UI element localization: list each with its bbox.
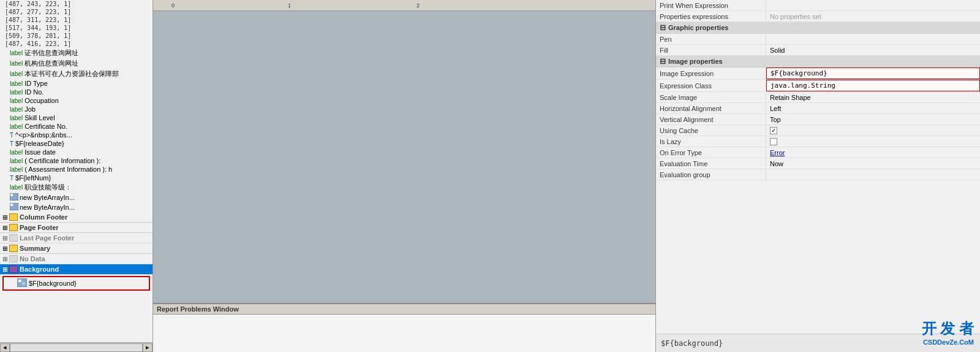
prop-value-pen[interactable] [766, 34, 980, 44]
tree-item-text-leftnum[interactable]: T $F{leftNum} [0, 174, 153, 182]
checkbox-cache[interactable]: ✓ [770, 127, 777, 134]
section-label-no-data: No Data [20, 255, 45, 262]
right-panel-scroll[interactable]: Print When Expression Properties express… [656, 0, 980, 334]
expand-icon-4: ⊞ [2, 245, 7, 252]
prop-value-cache[interactable]: ✓ [766, 125, 980, 136]
svg-rect-5 [18, 280, 21, 282]
tree-item-img-2[interactable]: new ByteArrayIn... [0, 202, 153, 212]
prop-value-fill[interactable]: Solid [766, 45, 980, 55]
prop-row-eval-group: Evaluation group [656, 169, 980, 180]
minus-icon: ⊟ [660, 23, 666, 32]
svg-rect-3 [10, 204, 13, 206]
tree-item-coord-5[interactable]: [509, 378, 201, 1] [0, 32, 153, 40]
section-no-data[interactable]: ⊞ No Data [0, 254, 153, 264]
prop-label-lazy: Is Lazy [656, 136, 766, 147]
error-type-link[interactable]: Error [770, 149, 785, 156]
prop-row-error: On Error Type Error [656, 147, 980, 158]
tree-item-label-idno[interactable]: label ID No. [0, 88, 153, 96]
tree-item-text-release[interactable]: T $F{releaseDate} [0, 139, 153, 148]
tree-item-label-skill[interactable]: label Skill Level [0, 113, 153, 122]
svg-rect-1 [10, 194, 13, 196]
right-panel-status-text: $F{background} [661, 339, 723, 348]
prop-label-expr-class: Expression Class [656, 80, 766, 91]
prop-row-prop-expr: Properties expressions No properties set [656, 11, 980, 22]
tree-item-label-occupation[interactable]: label Occupation [0, 96, 153, 105]
tree-item-label-2[interactable]: label 机构信息查询网址 [0, 58, 153, 69]
prop-value-eval-time[interactable]: Now [766, 158, 980, 169]
prop-value-eval-group[interactable] [766, 169, 980, 180]
background-child-item[interactable]: $F{background} [2, 276, 150, 291]
prop-row-fill: Fill Solid [656, 45, 980, 56]
graphic-section-label: Graphic properties [668, 24, 728, 31]
prop-value-prop-expr[interactable]: No properties set [766, 11, 980, 21]
background-child-label: $F{background} [29, 280, 77, 287]
left-panel-scroll[interactable]: [487, 243, 223, 1] [487, 277, 223, 1] [4… [0, 0, 153, 342]
folder-icon-2 [9, 224, 18, 231]
prop-value-valign[interactable]: Top [766, 114, 980, 124]
prop-label-error: On Error Type [656, 147, 766, 158]
tree-item-coord-1[interactable]: [487, 243, 223, 1] [0, 0, 153, 8]
tree-item-label-job[interactable]: label Job [0, 105, 153, 113]
prop-label-img-expr: Image Expression [656, 67, 766, 79]
scroll-right-button[interactable]: ▸ [143, 343, 153, 352]
prop-label-print-when: Print When Expression [656, 0, 766, 10]
tree-item-text-p[interactable]: T ^<p>&nbsp;&nbs... [0, 131, 153, 139]
prop-row-print-when: Print When Expression [656, 0, 980, 11]
prop-value-lazy[interactable] [766, 136, 980, 147]
prop-row-img-expr: Image Expression $F{background} [656, 67, 980, 80]
section-summary[interactable]: ⊞ Summary [0, 243, 153, 254]
left-panel: [487, 243, 223, 1] [487, 277, 223, 1] [4… [0, 0, 153, 352]
tree-item-label-skill2[interactable]: label 职业技能等级： [0, 182, 153, 193]
problems-window: Report Problems Window [153, 303, 655, 352]
tree-item-coord-2[interactable]: [487, 277, 223, 1] [0, 8, 153, 16]
horizontal-scrollbar[interactable] [10, 343, 143, 352]
prop-value-img-expr[interactable]: $F{background} [766, 67, 980, 79]
expand-icon-6: ⊞ [2, 266, 7, 273]
tree-item-label-3[interactable]: label 本证书可在人力资源社会保障部 [0, 69, 153, 79]
canvas-area[interactable]: 0 1 2 0 1 2 [153, 0, 655, 303]
tree-item-label-assessinfo[interactable]: label ( Assessment Information ): h [0, 165, 153, 174]
prop-label-halign: Horizontal Alignment [656, 103, 766, 113]
bg-child-icon [17, 278, 27, 288]
prop-row-eval-time: Evaluation Time Now [656, 158, 980, 169]
tree-item-label-1[interactable]: label 证书信息查询网址 [0, 48, 153, 58]
folder-icon-3 [9, 234, 18, 242]
section-label-last-page-footer: Last Page Footer [20, 234, 74, 242]
tree-item-label-idtype[interactable]: label ID Type [0, 79, 153, 88]
prop-label-cache: Using Cache [656, 125, 766, 136]
section-page-footer[interactable]: ⊞ Page Footer [0, 223, 153, 233]
prop-row-cache: Using Cache ✓ [656, 125, 980, 136]
tree-item-label-certno[interactable]: label Certificate No. [0, 122, 153, 131]
prop-value-halign[interactable]: Left [766, 103, 980, 113]
prop-value-scale[interactable]: Retain Shape [766, 92, 980, 102]
checkbox-lazy[interactable] [770, 138, 777, 145]
prop-value-print-when[interactable] [766, 0, 980, 10]
prop-label-scale: Scale Image [656, 92, 766, 102]
prop-label-eval-time: Evaluation Time [656, 158, 766, 169]
section-label-background: Background [20, 266, 59, 273]
right-panel-bottom-status: $F{background} [656, 334, 980, 352]
tree-item-coord-3[interactable]: [487, 311, 223, 1] [0, 16, 153, 24]
section-last-page-footer[interactable]: ⊞ Last Page Footer [0, 233, 153, 243]
tree-item-label-issue[interactable]: label Issue date [0, 148, 153, 156]
section-label-column-footer: Column Footer [20, 213, 67, 221]
folder-icon [9, 213, 18, 221]
section-background[interactable]: ⊞ Background [0, 264, 153, 275]
tree-item-label-certinfo[interactable]: label ( Certificate Information ): [0, 156, 153, 165]
prop-value-expr-class[interactable]: java.lang.String [766, 80, 980, 91]
prop-row-valign: Vertical Alignment Top [656, 114, 980, 125]
section-column-footer[interactable]: ⊞ Column Footer [0, 212, 153, 223]
prop-label-eval-group: Evaluation group [656, 169, 766, 180]
tree-item-img-1[interactable]: new ByteArrayIn... [0, 193, 153, 202]
center-panel: 0 1 2 0 1 2 [153, 0, 655, 352]
folder-icon-6 [9, 266, 18, 273]
expand-icon-5: ⊞ [2, 256, 7, 262]
tree-item-coord-4[interactable]: [517, 344, 193, 1] [0, 24, 153, 32]
prop-value-error[interactable]: Error [766, 147, 980, 158]
left-panel-scrollbar[interactable]: ◂ ▸ [0, 342, 153, 352]
tree-item-coord-6[interactable]: [487, 416, 223, 1] [0, 40, 153, 48]
prop-label-prop-expr: Properties expressions [656, 11, 766, 21]
prop-row-halign: Horizontal Alignment Left [656, 103, 980, 114]
scroll-left-button[interactable]: ◂ [0, 343, 10, 352]
expand-icon-3: ⊞ [2, 235, 7, 242]
